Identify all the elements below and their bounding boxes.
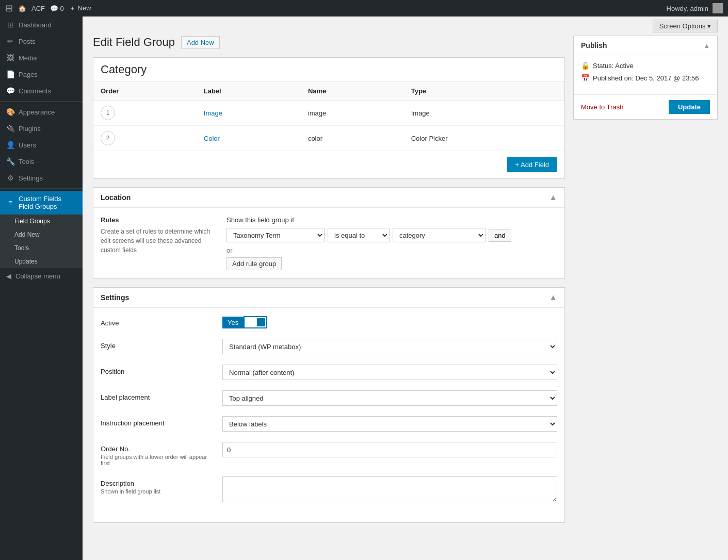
location-title: Location	[101, 193, 131, 202]
col-name: Name	[301, 82, 404, 101]
sidebar-item-label: Comments	[19, 87, 51, 95]
sidebar-item-label: Custom FieldsField Groups	[19, 195, 61, 210]
status-icon: 🔒	[581, 61, 590, 70]
order-no-label: Order No. Field groups with a lower orde…	[101, 442, 214, 466]
sidebar-item-label: Plugins	[19, 125, 41, 133]
field-label-link[interactable]: Image	[204, 109, 222, 117]
show-if-label: Show this field group if	[227, 216, 557, 224]
style-select[interactable]: Standard (WP metabox)	[222, 339, 557, 354]
calendar-icon: 📅	[581, 74, 590, 82]
sidebar-submenu-add-new[interactable]: Add New	[0, 228, 83, 241]
comments-menu-item[interactable]: 💬 0	[50, 5, 64, 12]
order-no-field	[222, 442, 557, 457]
rules-title: Rules	[101, 216, 214, 224]
style-field: Standard (WP metabox)	[222, 339, 557, 354]
location-rules-main: Show this field group if Taxonomy Term i…	[227, 216, 557, 270]
description-field	[222, 476, 557, 504]
sidebar-item-label: Settings	[19, 174, 43, 182]
appearance-icon: 🎨	[6, 108, 14, 116]
sidebar-item-tools[interactable]: 🔧 Tools	[0, 153, 83, 170]
label-placement-field: Top aligned	[222, 390, 557, 406]
instruction-placement-select[interactable]: Below labels	[222, 416, 557, 432]
sidebar-item-posts[interactable]: ✏ Posts	[0, 33, 83, 50]
order-number: 2	[101, 131, 115, 145]
settings-description-row: Description Shown in field group list	[101, 476, 557, 504]
pages-icon: 📄	[6, 70, 14, 78]
collapse-label: Collapse menu	[15, 272, 60, 280]
publish-date: 📅 Published on: Dec 5, 2017 @ 23:56	[581, 74, 710, 82]
style-label: Style	[101, 339, 214, 350]
status-text: Status: Active	[593, 62, 634, 70]
sidebar-item-custom-fields[interactable]: ≡ Custom FieldsField Groups	[0, 191, 83, 215]
rule-value-select[interactable]: category	[393, 228, 486, 242]
publish-status: 🔒 Status: Active	[581, 61, 710, 70]
collapse-menu-button[interactable]: ◀ Collapse menu	[0, 268, 83, 284]
sidebar-item-settings[interactable]: ⚙ Settings	[0, 170, 83, 186]
description-label: Description Shown in field group list	[101, 476, 214, 495]
dashboard-icon: ⊞	[6, 21, 14, 29]
rule-operator-select[interactable]: is equal to	[328, 228, 390, 242]
settings-section: Settings ▲ Active Yes	[93, 287, 565, 523]
field-label-link[interactable]: Color	[204, 135, 220, 142]
sidebar-submenu-updates[interactable]: Updates	[0, 255, 83, 268]
rules-row: Taxonomy Term is equal to category and	[227, 228, 557, 242]
menu-separator	[0, 101, 83, 102]
sidebar-item-pages[interactable]: 📄 Pages	[0, 66, 83, 83]
location-section-header[interactable]: Location ▲	[93, 188, 564, 208]
sidebar-submenu-tools[interactable]: Tools	[0, 241, 83, 255]
sidebar-submenu-label: Tools	[14, 244, 29, 252]
main-content: Screen Options ▾ Edit Field Group Add Ne…	[83, 17, 728, 560]
publish-collapse-icon[interactable]: ▲	[703, 42, 710, 50]
settings-position-row: Position Normal (after content)	[101, 365, 557, 380]
update-button[interactable]: Update	[669, 100, 710, 114]
sidebar-item-label: Media	[19, 54, 37, 62]
wp-logo-icon[interactable]: ⊞	[5, 3, 13, 14]
sidebar-item-label: Users	[19, 141, 36, 149]
sidebar-item-users[interactable]: 👤 Users	[0, 137, 83, 153]
toggle-slider[interactable]	[244, 316, 267, 328]
sidebar-item-plugins[interactable]: 🔌 Plugins	[0, 120, 83, 137]
add-field-button[interactable]: + Add Field	[507, 157, 557, 172]
menu-separator-2	[0, 188, 83, 189]
table-row: 2 Color color Color Picker	[93, 126, 564, 151]
sidebar-item-label: Posts	[19, 38, 36, 45]
location-content: Rules Create a set of rules to determine…	[93, 208, 564, 278]
position-select[interactable]: Normal (after content)	[222, 365, 557, 380]
page-title-area: Edit Field Group Add New	[93, 36, 565, 49]
add-new-button[interactable]: Add New	[181, 36, 220, 49]
new-menu-item[interactable]: ＋ New	[69, 4, 91, 13]
settings-active-row: Active Yes	[101, 316, 557, 328]
sidebar-item-comments[interactable]: 💬 Comments	[0, 83, 83, 99]
custom-fields-icon: ≡	[6, 199, 14, 207]
and-button[interactable]: and	[489, 229, 511, 242]
description-textarea[interactable]	[222, 476, 557, 502]
screen-options-button[interactable]: Screen Options ▾	[653, 20, 718, 32]
rule-type-select[interactable]: Taxonomy Term	[227, 228, 325, 242]
field-group-name-input[interactable]	[93, 58, 564, 82]
settings-section-header[interactable]: Settings ▲	[93, 288, 564, 308]
toggle-yes-button[interactable]: Yes	[222, 317, 244, 328]
acf-menu-item[interactable]: ACF	[31, 5, 45, 12]
sidebar-item-appearance[interactable]: 🎨 Appearance	[0, 104, 83, 120]
add-rule-group-button[interactable]: Add rule group	[227, 257, 282, 270]
settings-order-no-row: Order No. Field groups with a lower orde…	[101, 442, 557, 466]
sidebar-submenu-label: Updates	[14, 258, 38, 265]
site-home-icon[interactable]: 🏠	[18, 5, 26, 12]
position-label: Position	[101, 365, 214, 375]
rules-desc: Create a set of rules to determine which…	[101, 227, 214, 255]
sidebar-submenu-field-groups[interactable]: Field Groups	[0, 215, 83, 228]
sidebar-item-media[interactable]: 🖼 Media	[0, 50, 83, 66]
sidebar-item-dashboard[interactable]: ⊞ Dashboard	[0, 17, 83, 33]
admin-bar: ⊞ 🏠 ACF 💬 0 ＋ New Howdy, admin	[0, 0, 728, 17]
publish-content: 🔒 Status: Active 📅 Published on: Dec 5, …	[574, 55, 717, 94]
order-number: 1	[101, 106, 115, 120]
move-to-trash-link[interactable]: Move to Trash	[581, 103, 623, 111]
col-type: Type	[404, 82, 564, 101]
order-no-desc: Field groups with a lower order will app…	[101, 454, 214, 466]
active-field: Yes	[222, 316, 557, 328]
order-no-input[interactable]	[222, 442, 557, 457]
field-name: image	[301, 101, 404, 126]
label-placement-select[interactable]: Top aligned	[222, 390, 557, 406]
location-rules-label: Rules Create a set of rules to determine…	[101, 216, 214, 270]
table-row: 1 Image image Image	[93, 101, 564, 126]
